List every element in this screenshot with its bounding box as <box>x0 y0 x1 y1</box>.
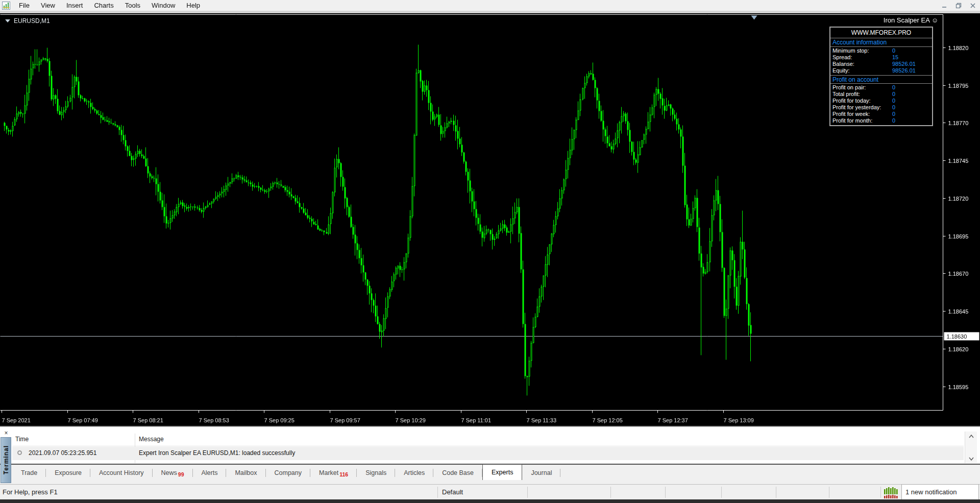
scroll-up-icon[interactable] <box>965 432 977 441</box>
menu-item-view[interactable]: View <box>35 0 61 11</box>
terminal-close-button[interactable]: × <box>2 430 10 437</box>
terminal-panel: × Time Message 2021.09.07 05:23:25.951 E… <box>0 426 980 465</box>
tab-journal[interactable]: Journal <box>522 466 560 480</box>
ea-field-value: 0 <box>892 98 895 104</box>
ea-title: Iron Scalper EA ☺ <box>776 16 938 24</box>
status-separator <box>829 487 829 498</box>
ea-field-row: Profit for yesterday:0 <box>830 104 932 111</box>
tab-label: Journal <box>531 469 552 476</box>
ea-field-value: 0 <box>892 104 895 111</box>
menu-item-file[interactable]: File <box>13 0 35 11</box>
tab-company[interactable]: Company <box>266 466 311 480</box>
ea-field-value: 98526.01 <box>892 61 916 67</box>
terminal-scrollbar[interactable] <box>965 432 977 463</box>
terminal-side-tab[interactable]: Terminal <box>1 437 11 483</box>
menu-item-insert[interactable]: Insert <box>61 0 89 11</box>
ea-info-panel: WWW.MFOREX.PRO Account informationMinimu… <box>829 27 933 126</box>
terminal-header-row: Time Message <box>12 433 964 446</box>
ea-field-label: Profit on pair: <box>832 84 866 91</box>
tab-market[interactable]: Market116 <box>310 466 357 480</box>
tab-label: Company <box>275 469 302 476</box>
ea-field-row: Profit for today:0 <box>830 98 932 104</box>
ea-website: WWW.MFOREX.PRO <box>830 28 932 38</box>
status-separator <box>665 487 666 498</box>
chevron-down-icon <box>5 19 10 22</box>
minimize-icon <box>941 3 947 9</box>
profile-label[interactable]: Default <box>442 488 463 496</box>
ea-field-label: Profit for yesterday: <box>832 104 881 111</box>
ea-field-label: Balanse: <box>832 61 854 67</box>
ea-title-text: Iron Scalper EA <box>884 16 929 24</box>
tab-signals[interactable]: Signals <box>357 466 395 480</box>
log-row[interactable]: 2021.09.07 05:23:25.951 Expert Iron Scal… <box>12 447 964 460</box>
tab-experts[interactable]: Experts <box>482 464 522 480</box>
ea-field-row: Profit for week:0 <box>830 111 932 117</box>
chart-window: EURUSD,M1 Iron Scalper EA ☺ WWW.MFOREX.P… <box>0 13 980 426</box>
ea-field-label: Profit for today: <box>832 98 871 104</box>
tab-account-history[interactable]: Account History <box>90 466 153 480</box>
tab-exposure[interactable]: Exposure <box>46 466 90 480</box>
help-text: For Help, press F1 <box>3 488 58 496</box>
status-separator <box>527 487 528 498</box>
status-bar: For Help, press F1 Default 1 new notific… <box>0 484 980 499</box>
tab-separator <box>560 469 560 477</box>
tab-label: Market <box>319 469 338 476</box>
ea-field-label: Profit for week: <box>832 111 870 117</box>
ea-field-row: Minimum stop:0 <box>830 47 932 54</box>
notification-popup[interactable]: 1 new notification <box>901 484 979 500</box>
ea-field-row: Spread:15 <box>830 54 932 61</box>
tab-label: News <box>161 469 177 476</box>
status-separator <box>880 487 881 498</box>
tab-label: Articles <box>404 469 425 476</box>
tab-badge: 99 <box>178 471 184 477</box>
minimize-button[interactable] <box>937 0 951 11</box>
menu-item-window[interactable]: Window <box>146 0 181 11</box>
tab-label: Signals <box>365 469 386 476</box>
symbol-label[interactable]: EURUSD,M1 <box>5 17 50 25</box>
ea-fields: Profit on pair:0Total profit:0Profit for… <box>830 84 932 125</box>
toolbar-strip <box>0 11 980 13</box>
close-icon <box>970 3 976 9</box>
restore-icon <box>955 3 962 9</box>
ea-fields: Minimum stop:0Spread:15Balanse:98526.01E… <box>830 47 932 75</box>
tab-label: Code Base <box>442 469 474 476</box>
smiley-icon: ☺ <box>932 16 938 24</box>
restore-button[interactable] <box>951 0 966 11</box>
ea-section-header: Account information <box>830 38 932 47</box>
window-bottom-edge <box>0 499 980 503</box>
ea-field-row: Profit on pair:0 <box>830 84 932 91</box>
ea-field-label: Profit for month: <box>832 117 872 124</box>
tab-label: Mailbox <box>235 469 257 476</box>
menu-item-help[interactable]: Help <box>181 0 206 11</box>
ea-field-value: 0 <box>892 47 895 54</box>
ea-field-value: 15 <box>892 54 898 61</box>
tab-articles[interactable]: Articles <box>395 466 433 480</box>
tab-code-base[interactable]: Code Base <box>433 466 482 480</box>
close-button[interactable] <box>966 0 980 11</box>
tab-label: Experts <box>492 469 513 476</box>
status-separator <box>610 487 611 498</box>
status-separator <box>776 487 776 498</box>
scroll-down-icon[interactable] <box>965 454 977 463</box>
tab-label: Trade <box>21 469 37 476</box>
ea-field-label: Total profit: <box>832 91 860 98</box>
ea-field-value: 98526.01 <box>892 67 916 74</box>
menu-item-tools[interactable]: Tools <box>119 0 146 11</box>
column-header-message[interactable]: Message <box>139 436 164 443</box>
log-time: 2021.09.07 05:23:25.951 <box>29 449 96 457</box>
tab-news[interactable]: News99 <box>153 466 193 480</box>
menu-item-charts[interactable]: Charts <box>88 0 119 11</box>
ea-field-row: Total profit:0 <box>830 91 932 98</box>
tab-mailbox[interactable]: Mailbox <box>226 466 265 480</box>
ea-field-label: Minimum stop: <box>832 47 869 54</box>
tab-alerts[interactable]: Alerts <box>193 466 227 480</box>
connection-bars-icon[interactable] <box>883 486 899 499</box>
ea-field-row: Equity:98526.01 <box>830 67 932 74</box>
column-header-time[interactable]: Time <box>15 436 29 443</box>
log-info-icon <box>17 450 22 455</box>
tab-badge: 116 <box>339 471 348 477</box>
ea-field-value: 0 <box>892 117 895 124</box>
tab-trade[interactable]: Trade <box>12 466 46 480</box>
ea-field-value: 0 <box>892 91 895 98</box>
ea-field-row: Balanse:98526.01 <box>830 61 932 67</box>
